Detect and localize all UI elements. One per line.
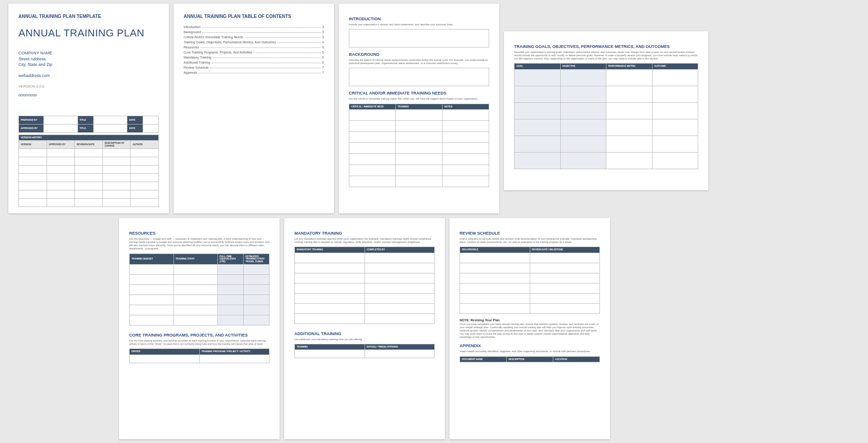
toc-leader-dots [254, 53, 321, 53]
table-row [515, 119, 698, 136]
table-row [460, 283, 600, 293]
street-address: Street Address [18, 56, 159, 62]
toc-item[interactable]: Training Goals, Objectives, Performance … [184, 41, 324, 44]
table-header-row: VERSION APPROVED BY REVISION DATE DESCRI… [19, 141, 159, 149]
col-deliverable: DELIVERABLE [460, 247, 530, 253]
mandatory-desc: List any mandatory trainings required wi… [294, 237, 435, 244]
table-row [460, 303, 600, 313]
web-address: webaddress.com [18, 73, 159, 78]
date-line: 00/00/0000 [18, 93, 159, 97]
toc-item[interactable]: Introduction3 [184, 25, 324, 29]
core-training-heading: CORE TRAINING PROGRAMS, PROJECTS, AND AC… [129, 333, 269, 337]
prepared-by-cell[interactable] [44, 116, 78, 124]
col-location: LOCATION [553, 356, 600, 362]
col-revision-date: REVISION DATE [75, 141, 103, 149]
toc-item-label: Core Training Programs, Projects, And Ac… [184, 51, 252, 54]
toc-item-page: 3 [322, 30, 324, 34]
toc-item[interactable]: Appendix7 [184, 71, 324, 74]
document-canvas: ANNUAL TRAINING PLAN TEMPLATE ANNUAL TRA… [4, 4, 864, 439]
table-row [460, 293, 600, 303]
version-history-header: VERSION HISTORY [19, 135, 159, 141]
resources-heading: RESOURCES [129, 231, 269, 236]
toc-item[interactable]: Background3 [184, 30, 324, 34]
core-training-table: DRIVER TRAINING PROGRAM / PROJECT / ACTI… [129, 348, 269, 363]
page-2-toc: ANNUAL TRAINING PLAN TABLE OF CONTENTS I… [174, 4, 334, 213]
additional-heading: ADDITIONAL TRAINING [294, 331, 435, 336]
table-row [295, 263, 435, 273]
prepared-approved-table: PREPARED BY TITLE DATE APPROVED BY TITLE… [18, 116, 159, 133]
appendix-heading: APPENDIX [460, 343, 600, 348]
toc-item-page: 7 [322, 66, 324, 69]
toc-leader-dots [210, 68, 321, 68]
resources-desc: List the resources — budget and staff — … [129, 237, 269, 251]
table-row [295, 303, 435, 313]
col-travel: ESTIMATED TRAINING STAFF TRAVEL FUNDS [244, 254, 269, 265]
toc-item[interactable]: Review Schedule7 [184, 66, 324, 69]
city-state-zip: City, State and Zip [18, 62, 159, 68]
table-row [295, 293, 435, 303]
table-row [349, 143, 489, 154]
table-row [19, 190, 159, 199]
toc-item-label: Appendix [184, 71, 197, 74]
col-driver: DRIVER [130, 349, 200, 355]
background-input[interactable] [349, 68, 489, 86]
table-row: PREPARED BY TITLE DATE [19, 116, 159, 124]
toc-leader-dots [202, 32, 321, 33]
title-label: TITLE [78, 124, 93, 132]
toc-list: Introduction3Background3Critical And/Or … [184, 25, 324, 74]
table-row [460, 273, 600, 283]
title-cell[interactable] [93, 124, 127, 132]
col-fte: FULL-TIME EQUIVALENTS (FTE) [218, 254, 244, 265]
table-row [460, 253, 600, 263]
table-row [295, 350, 435, 358]
toc-item[interactable]: Resources5 [184, 46, 324, 49]
toc-item-label: Background [184, 30, 201, 34]
col-training: TRAINING [396, 104, 443, 110]
col-approved-by: APPROVED BY [47, 141, 75, 149]
toc-item-page: 5 [322, 51, 324, 54]
toc-item[interactable]: Additional Training6 [184, 61, 324, 64]
col-outcome: OUTCOME [652, 64, 698, 70]
table-row [515, 102, 698, 119]
template-header: ANNUAL TRAINING PLAN TEMPLATE [18, 14, 159, 19]
page-3-intro: INTRODUCTION Include your organization's… [339, 4, 499, 213]
critical-needs-table: CRITICAL / IMMEDIATE NEED TRAINING NOTES [349, 104, 489, 188]
approved-by-label: APPROVED BY [19, 124, 44, 132]
col-dates: DATE(S) / TIME(S) OFFERED [365, 344, 435, 350]
version-history-table: VERSION HISTORY VERSION APPROVED BY REVI… [18, 135, 159, 207]
toc-leader-dots [245, 37, 321, 38]
toc-item[interactable]: Mandatory Training6 [184, 56, 324, 59]
toc-leader-dots [198, 73, 321, 73]
table-header-row: DELIVERABLE REVIEW DATE / MILESTONE [460, 247, 600, 253]
page-1-cover: ANNUAL TRAINING PLAN TEMPLATE ANNUAL TRA… [8, 4, 169, 213]
toc-item[interactable]: Core Training Programs, Projects, And Ac… [184, 51, 324, 54]
background-desc: Describe the type(s) of training needs a… [349, 59, 489, 65]
toc-item-page: 6 [322, 61, 324, 64]
introduction-input[interactable] [349, 29, 489, 47]
toc-item-page: 5 [322, 46, 324, 49]
table-row [349, 154, 489, 165]
date-cell[interactable] [143, 124, 159, 132]
title-label: TITLE [78, 116, 93, 124]
table-row [130, 275, 269, 285]
table-row [130, 305, 269, 315]
table-row [130, 315, 269, 325]
toc-item-label: Review Schedule [184, 66, 209, 69]
table-row [295, 313, 435, 324]
col-description: DESCRIPTION OF CHANGE [102, 141, 131, 149]
critical-needs-heading: CRITICAL AND/OR IMMEDIATE TRAINING NEEDS [349, 91, 489, 95]
col-completed-by: COMPLETED BY [365, 247, 435, 253]
appendix-table: DOCUMENT NAME DESCRIPTION LOCATION [460, 356, 600, 363]
approved-by-cell[interactable] [44, 124, 78, 132]
col-version: VERSION [19, 141, 47, 149]
prepared-by-label: PREPARED BY [19, 116, 44, 124]
company-address: COMPANY NAME Street Address City, State … [18, 50, 159, 68]
title-cell[interactable] [93, 116, 127, 124]
introduction-heading: INTRODUCTION [349, 17, 489, 21]
toc-item[interactable]: Critical And/Or Immediate Training Needs… [184, 35, 324, 39]
version-line: VERSION 0.0.0 [18, 84, 159, 89]
col-description: DESCRIPTION [507, 356, 553, 362]
page-7-review: REVIEW SCHEDULE Draft a schedule for per… [449, 218, 610, 439]
date-cell[interactable] [143, 116, 159, 124]
mandatory-table: MANDATORY TRAINING COMPLETED BY [294, 247, 435, 324]
